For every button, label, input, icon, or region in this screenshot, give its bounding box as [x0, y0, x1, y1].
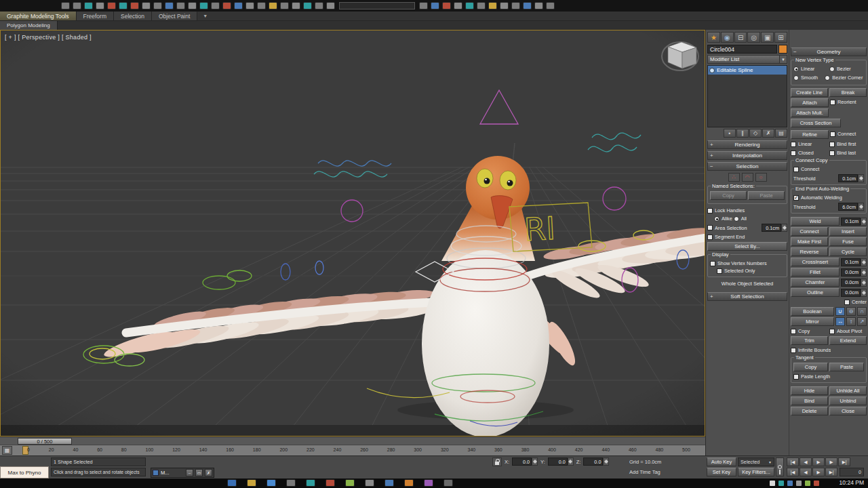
mirror-button[interactable]: Mirror: [791, 317, 834, 326]
helpers-icon[interactable]: [534, 2, 543, 9]
tray-icon-2[interactable]: [778, 481, 784, 486]
close-icon[interactable]: ✗: [205, 469, 212, 476]
tray-icon-4[interactable]: [796, 481, 802, 486]
select-and-manipulate-icon[interactable]: [222, 2, 231, 9]
rendered-frame-icon[interactable]: [477, 2, 486, 9]
select-and-move-icon[interactable]: [165, 2, 174, 9]
viewport-perspective[interactable]: [ + ] [ Perspective ] [ Shaded ]: [0, 30, 705, 436]
minimized-window[interactable]: M... – ▭ ✗: [151, 468, 214, 478]
cycle-button[interactable]: Cycle: [829, 247, 867, 256]
delete-button[interactable]: Delete: [791, 407, 828, 415]
set-keys-key-icon[interactable]: [776, 458, 784, 476]
use-pivot-icon[interactable]: [211, 2, 220, 9]
stack-item-editable-spline[interactable]: Editable Spline: [708, 66, 787, 75]
tab-polygon-modeling[interactable]: Polygon Modeling: [0, 21, 58, 30]
ribbon-overflow-icon[interactable]: ▼: [197, 12, 213, 20]
rollout-geometry[interactable]: − Geometry: [791, 47, 867, 56]
configure-modifier-sets-icon[interactable]: ▤: [775, 129, 787, 138]
display-tab-icon[interactable]: ▣: [761, 32, 774, 43]
modifier-stack[interactable]: Editable Spline: [707, 65, 787, 127]
make-unique-icon[interactable]: ◇: [749, 129, 762, 138]
selection-set-dropdown[interactable]: Selected ▼: [738, 458, 774, 466]
segment-end-checkbox[interactable]: Segment End: [707, 233, 787, 241]
keyboard-override-icon[interactable]: [234, 2, 243, 9]
select-by-button[interactable]: Select By...: [707, 242, 787, 251]
vertex-mode-icon[interactable]: ∴: [728, 173, 740, 182]
crossinsert-button[interactable]: CrossInsert: [791, 258, 840, 266]
render-production-icon[interactable]: [488, 2, 497, 9]
tangent-paste-button[interactable]: Paste: [829, 363, 864, 371]
taskbar-app-3dsmax[interactable]: [443, 479, 453, 487]
modifier-onoff-icon[interactable]: [709, 68, 715, 73]
segment-mode-icon[interactable]: ◠: [742, 173, 753, 182]
unbind-button[interactable]: Unbind: [829, 396, 867, 405]
material-editor-icon[interactable]: [454, 2, 462, 9]
named-selection-copy-button[interactable]: Copy: [710, 191, 747, 200]
modify-tab-icon[interactable]: ◉: [721, 32, 734, 43]
crossing-selection-icon[interactable]: [153, 2, 162, 9]
tray-icon-5[interactable]: [805, 481, 810, 486]
modifier-list-dropdown[interactable]: Modifier List ▼: [707, 55, 787, 64]
restore-icon[interactable]: ▭: [195, 469, 203, 476]
fuse-button[interactable]: Fuse: [829, 237, 867, 246]
layer-manager-icon[interactable]: [326, 2, 335, 9]
viewport-label[interactable]: [ + ] [ Perspective ] [ Shaded ]: [5, 34, 92, 41]
taskbar-clock[interactable]: 10:24 PM: [840, 479, 864, 486]
chamfer-button[interactable]: Chamfer: [791, 278, 840, 287]
utilities-toolbar-icon[interactable]: [546, 2, 555, 9]
boolean-intersect-icon[interactable]: ∩: [857, 307, 867, 316]
undo-icon[interactable]: [61, 2, 70, 9]
select-and-rotate-icon[interactable]: [176, 2, 185, 9]
fillet-button[interactable]: Fillet: [791, 268, 840, 277]
hierarchy-tab-icon[interactable]: ⊟: [734, 32, 747, 43]
link-icon[interactable]: [84, 2, 93, 9]
go-to-start-button[interactable]: |◀: [787, 458, 799, 466]
taskbar-app-4[interactable]: [345, 479, 355, 487]
outline-spinner[interactable]: 0.0cm: [841, 289, 867, 297]
tray-icon-6[interactable]: [814, 481, 819, 486]
rollout-selection[interactable]: − Selection: [707, 162, 787, 171]
infinite-bounds-checkbox[interactable]: Infinite Bounds: [791, 346, 831, 354]
break-button[interactable]: Break: [829, 88, 867, 97]
lighting-analysis-icon[interactable]: [511, 2, 520, 9]
play-button[interactable]: ▶: [812, 458, 825, 466]
taskbar-app-5[interactable]: [365, 479, 374, 487]
taskbar-app-6[interactable]: [384, 479, 394, 487]
center-checkbox[interactable]: Center: [844, 298, 867, 306]
trim-button[interactable]: Trim: [791, 336, 828, 345]
boolean-union-icon[interactable]: ∪: [835, 307, 845, 316]
tab-freeform[interactable]: Freeform: [77, 12, 114, 20]
time-slider-track[interactable]: 0 / 500: [0, 436, 705, 445]
pin-stack-icon[interactable]: ▪: [724, 129, 736, 138]
taskbar-app-8[interactable]: [424, 479, 433, 487]
max-to-phyno-button[interactable]: Max to Phyno: [0, 466, 49, 479]
mirror-horizontal-icon[interactable]: ↔: [835, 317, 845, 326]
render-iterative-icon[interactable]: [500, 2, 509, 9]
rectangular-selection-icon[interactable]: [142, 2, 151, 9]
named-selection-set-field[interactable]: [339, 2, 415, 9]
show-vertex-numbers-checkbox[interactable]: Show Vertex Numbers: [710, 260, 785, 267]
linear-vertex-radio[interactable]: Linear: [793, 65, 828, 73]
align-icon[interactable]: [315, 2, 323, 9]
minimize-icon[interactable]: –: [186, 469, 193, 476]
taskbar-app-browser[interactable]: [227, 479, 237, 487]
angle-snap-icon[interactable]: [257, 2, 266, 9]
taskbar-app-7[interactable]: [404, 479, 414, 487]
chamfer-spinner[interactable]: 0.0cm: [841, 279, 867, 287]
close-button[interactable]: Close: [829, 407, 867, 415]
bind-first-checkbox[interactable]: Bind first: [829, 140, 867, 148]
boolean-subtract-icon[interactable]: ⊖: [846, 307, 856, 316]
select-object-icon[interactable]: [119, 2, 127, 9]
weld-threshold-spinner[interactable]: 6.0cm: [838, 203, 864, 211]
create-line-button[interactable]: Create Line: [791, 88, 828, 97]
bind-button[interactable]: Bind: [791, 396, 828, 405]
y-coordinate-spinner[interactable]: 0.0: [548, 458, 574, 466]
go-to-end-button[interactable]: ▶|: [838, 458, 850, 466]
lock-handles-checkbox[interactable]: Lock Handles: [707, 207, 787, 214]
insert-button[interactable]: Insert: [829, 227, 867, 236]
bezier-corner-vertex-radio[interactable]: Bezier Corner: [825, 74, 864, 81]
next-key-button[interactable]: ▶|: [825, 468, 837, 476]
add-time-tag-label[interactable]: Add Time Tag: [629, 469, 660, 475]
all-radio[interactable]: All: [734, 215, 747, 222]
taskbar-app-explorer[interactable]: [247, 479, 256, 487]
